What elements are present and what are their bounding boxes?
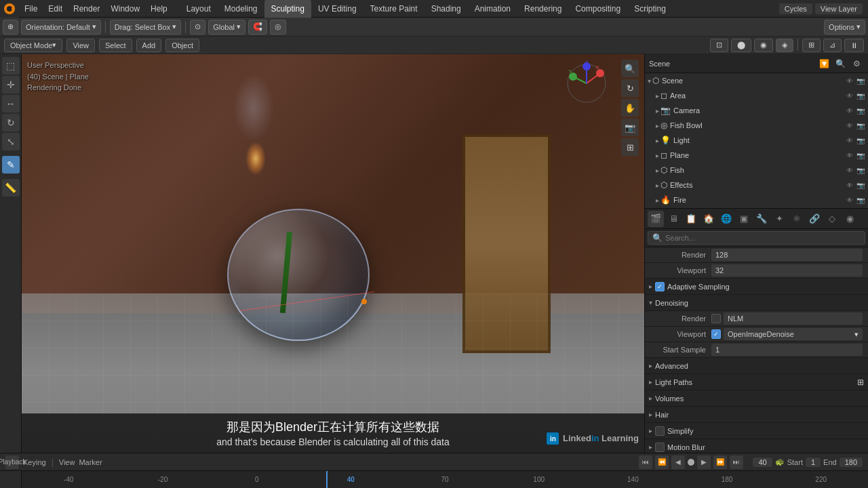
motion-blur-header[interactable]: ▸ Motion Blur [645, 439, 868, 453]
engine-selector[interactable]: Cycles [779, 3, 812, 14]
motion-blur-checkbox[interactable] [655, 443, 665, 452]
object-props-tab[interactable]: ▣ [736, 211, 752, 227]
global-btn[interactable]: Global ▾ [208, 20, 245, 35]
viewport-value[interactable]: 32 [711, 264, 863, 277]
viewport-value-field[interactable]: 32 [711, 264, 863, 277]
simplify-checkbox[interactable] [655, 426, 665, 436]
material-btn[interactable]: ◉ [754, 39, 773, 52]
area-render-icon[interactable]: 📷 [856, 91, 865, 100]
physics-tab[interactable]: ⚛ [789, 211, 805, 227]
select-tool[interactable]: ⬚ [2, 57, 20, 75]
current-frame-display[interactable]: 40 [753, 458, 772, 467]
start-sample-value[interactable]: 1 [711, 344, 863, 356]
fr-render-icon[interactable]: 📷 [856, 195, 865, 205]
output-props-tab[interactable]: 🖥 [665, 211, 682, 227]
tab-modeling[interactable]: Modeling [218, 0, 264, 18]
cam-vis-icon[interactable]: 👁 [845, 106, 854, 115]
render-menu-item[interactable]: Render [68, 0, 105, 17]
prop-search-container[interactable]: 🔍 [648, 231, 865, 245]
scale-tool[interactable]: ⤡ [2, 133, 20, 150]
view-btn[interactable]: View [66, 39, 95, 52]
viewport[interactable]: User Perspective (40) Scene | Plane Rend… [22, 54, 644, 453]
orientation-btn[interactable]: Orientation: Default ▾ [21, 20, 101, 35]
hair-header[interactable]: ▸ Hair [645, 407, 868, 423]
render-value-field[interactable]: 128 [711, 249, 863, 261]
proportional-btn[interactable]: ◎ [270, 20, 286, 35]
adaptive-sampling-checkbox[interactable] [655, 282, 665, 291]
options-btn[interactable]: Options ▾ [824, 20, 865, 35]
outliner-settings-icon[interactable]: ⚙ [849, 56, 864, 71]
file-menu-item[interactable]: File [19, 0, 43, 17]
scene-props-tab[interactable]: 🏠 [701, 211, 717, 227]
jump-end-btn[interactable]: ⏭ [730, 455, 743, 469]
end-frame[interactable]: 180 [840, 458, 863, 467]
help-menu-item[interactable]: Help [145, 0, 173, 17]
outliner-effects[interactable]: ▸ ⬡ Effects 👁 📷 [645, 178, 868, 192]
cam-render-icon[interactable]: 📷 [856, 106, 865, 115]
drag-btn[interactable]: Drag: Select Box ▾ [110, 20, 182, 35]
fb-render-icon[interactable]: 📷 [856, 121, 865, 130]
render-value[interactable]: 128 [711, 249, 863, 261]
data-tab[interactable]: ◇ [824, 211, 840, 227]
tab-shading[interactable]: Shading [425, 0, 468, 18]
scene-vis-icon[interactable]: 👁 [845, 76, 854, 85]
world-props-tab[interactable]: 🌐 [718, 211, 734, 227]
snap-btn[interactable]: 🧲 [248, 20, 267, 35]
jump-start-btn[interactable]: ⏮ [639, 455, 652, 469]
timeline-ruler-area[interactable]: -40 -20 0 40 70 100 140 180 220 [22, 471, 868, 488]
ef-render-icon[interactable]: 📷 [856, 180, 865, 190]
tab-compositing[interactable]: Compositing [568, 0, 627, 18]
tab-uv-editing[interactable]: UV Editing [311, 0, 363, 18]
gizmo-btn[interactable]: ⊿ [823, 39, 842, 52]
material-tab[interactable]: ◉ [842, 211, 858, 227]
start-frame[interactable]: 1 [806, 458, 821, 467]
fr-vis-icon[interactable]: 👁 [845, 195, 854, 205]
annotate-tool[interactable]: ✎ [2, 156, 20, 174]
transform-pivot-btn[interactable]: ⊙ [190, 20, 205, 35]
outliner-fish[interactable]: ▸ ⬡ Fish 👁 📷 [645, 163, 868, 178]
viewport-gizmo[interactable]: X Y Z [563, 60, 610, 107]
prop-search-input[interactable] [665, 234, 861, 242]
tab-animation[interactable]: Animation [468, 0, 517, 18]
pause-btn[interactable]: ⏸ [844, 39, 864, 52]
marker-menu[interactable]: Marker [79, 458, 102, 466]
collections-btn[interactable]: ⊞ [621, 138, 639, 156]
denoising-header[interactable]: ▾ Denoising [645, 295, 868, 311]
view-layer-tab[interactable]: 📋 [683, 211, 699, 227]
advanced-header[interactable]: ▸ Advanced [645, 358, 868, 374]
cursor-tool[interactable]: ✛ [2, 76, 20, 94]
zoom-in-btn[interactable]: 🔍 [621, 60, 639, 77]
object-btn[interactable]: Object [165, 39, 199, 52]
pl-vis-icon[interactable]: 👁 [845, 150, 854, 160]
transform-manipulator-btn[interactable]: ⊕ [3, 20, 18, 35]
prev-keyframe-btn[interactable]: ⏪ [655, 455, 669, 469]
playback-menu[interactable]: Playback [5, 455, 19, 469]
step-forward-btn[interactable]: ▶ [697, 455, 711, 469]
select-btn[interactable]: Select [99, 39, 132, 52]
step-back-btn[interactable]: ◀ [671, 455, 685, 469]
outliner-camera[interactable]: ▸ 📷 Camera 👁 📷 [645, 103, 868, 118]
tab-sculpting[interactable]: Sculpting [264, 0, 311, 18]
constraints-tab[interactable]: 🔗 [806, 211, 823, 227]
outliner-search-icon[interactable]: 🔍 [833, 56, 848, 71]
scene-outliner[interactable]: ▾ ⬡ Scene 👁 📷 ▸ ◻ Area 👁 📷 [645, 73, 868, 209]
window-menu-item[interactable]: Window [105, 0, 145, 17]
rendered-btn[interactable]: ◈ [776, 39, 793, 52]
rotate-tool[interactable]: ↻ [2, 114, 20, 131]
tab-layout[interactable]: Layout [180, 0, 218, 18]
view-menu[interactable]: View [59, 458, 75, 466]
render-props-tab[interactable]: 🎬 [648, 211, 664, 227]
add-btn[interactable]: Add [136, 39, 162, 52]
next-keyframe-btn[interactable]: ⏩ [713, 455, 727, 469]
wireframe-btn[interactable]: ⊡ [710, 39, 728, 52]
pan-view-btn[interactable]: ✋ [621, 99, 639, 117]
outliner-fish-bowl[interactable]: ▸ ◎ Fish Bowl 👁 📷 [645, 118, 868, 133]
viewport-denoise-value[interactable]: OpenImageDenoise ▾ [724, 328, 863, 340]
rotate-view-btn[interactable]: ↻ [621, 79, 639, 97]
tab-texture-paint[interactable]: Texture Paint [363, 0, 425, 18]
camera-view-btn[interactable]: 📷 [621, 119, 639, 136]
particles-tab[interactable]: ✦ [771, 211, 787, 227]
filter-icon[interactable]: 🔽 [816, 56, 831, 71]
measure-tool[interactable]: 📏 [2, 179, 20, 197]
solid-btn[interactable]: ⬤ [731, 39, 751, 52]
